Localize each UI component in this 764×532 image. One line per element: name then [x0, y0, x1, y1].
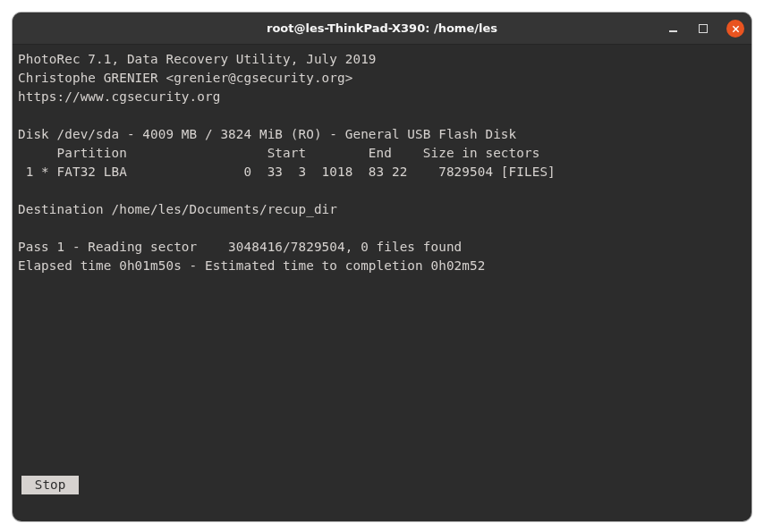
close-button[interactable]: [726, 20, 744, 38]
disk-info: Disk /dev/sda - 4009 MB / 3824 MiB (RO) …: [18, 127, 516, 141]
minimize-button[interactable]: [666, 21, 680, 36]
titlebar: root@les-ThinkPad-X390: /home/les: [13, 13, 751, 45]
partition-header: Partition Start End Size in sectors: [18, 146, 539, 160]
pass-line: Pass 1 - Reading sector 3048416/7829504,…: [18, 240, 462, 254]
partition-row: 1 * FAT32 LBA 0 33 3 1018 83 22 7829504 …: [18, 165, 556, 179]
destination-line: Destination /home/les/Documents/recup_di…: [18, 202, 337, 216]
stop-button[interactable]: Stop: [21, 476, 79, 494]
window-controls: [666, 13, 744, 45]
window-title: root@les-ThinkPad-X390: /home/les: [267, 21, 497, 35]
close-icon: [732, 25, 740, 33]
app-header-2: Christophe GRENIER <grenier@cgsecurity.o…: [18, 71, 352, 85]
terminal-window: root@les-ThinkPad-X390: /home/les PhotoR…: [13, 13, 751, 521]
maximize-button[interactable]: [696, 21, 710, 36]
time-line: Elapsed time 0h01m50s - Estimated time t…: [18, 258, 485, 273]
terminal-body[interactable]: PhotoRec 7.1, Data Recovery Utility, Jul…: [13, 45, 751, 521]
app-header-3: https://www.cgsecurity.org: [18, 89, 220, 104]
app-header-1: PhotoRec 7.1, Data Recovery Utility, Jul…: [18, 52, 377, 66]
